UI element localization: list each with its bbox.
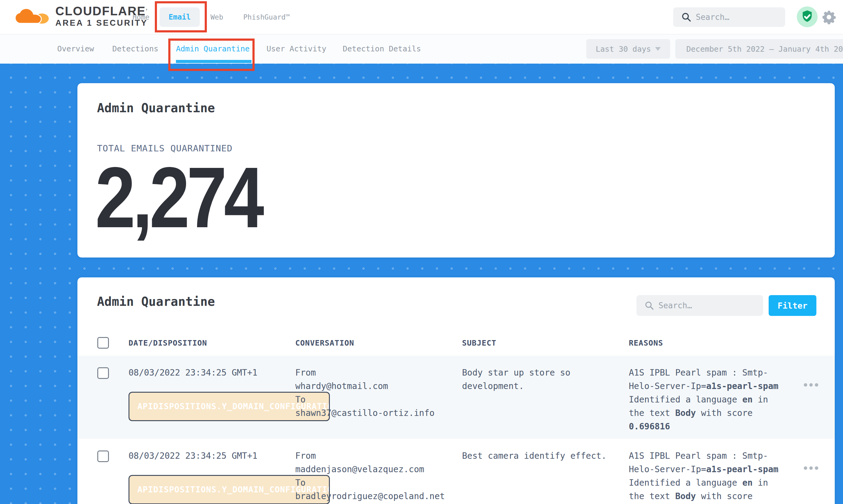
reasons-cell: A1S IPBL Pearl spam : Smtp-Helo-Server-I… — [629, 449, 788, 504]
from-label: From — [295, 366, 462, 380]
total-quarantined-value: 2,274 — [95, 152, 261, 243]
row-checkbox[interactable] — [97, 367, 109, 379]
tab-user-activity[interactable]: User Activity — [266, 35, 327, 63]
global-search-input[interactable] — [696, 13, 785, 22]
caret-down-icon — [655, 47, 661, 51]
row-menu-button[interactable] — [802, 381, 835, 389]
summary-card-title: Admin Quarantine — [97, 101, 215, 115]
global-search — [673, 7, 785, 27]
date-range-picker[interactable]: December 5th 2022 — January 4th 2023 — [675, 39, 843, 59]
from-address: whardy@hotmail.com — [295, 380, 462, 393]
conversation-cell: From maddenjason@velazquez.com To bradle… — [295, 449, 462, 503]
to-label: To — [295, 476, 462, 490]
cloudflare-cloud-icon — [14, 6, 50, 26]
table-card-title: Admin Quarantine — [97, 294, 215, 309]
date-range-label: December 5th 2022 — January 4th 2023 — [686, 44, 843, 54]
tab-detections[interactable]: Detections — [112, 35, 158, 63]
row-menu-button[interactable] — [802, 465, 835, 472]
select-all-checkbox[interactable] — [97, 337, 109, 349]
row-checkbox[interactable] — [97, 450, 109, 462]
cloudflare-logo[interactable]: CLOUDFLARE’ AREA 1 SECURITY — [14, 4, 148, 28]
search-icon — [645, 301, 654, 310]
search-icon — [681, 12, 691, 22]
gear-icon — [821, 10, 837, 25]
filter-button[interactable]: Filter — [769, 295, 816, 316]
protection-status-button[interactable] — [797, 6, 818, 27]
quarantine-table: DATE/DISPOSITION CONVERSATION SUBJECT RE… — [77, 330, 835, 504]
app-header: CLOUDFLARE’ AREA 1 SECURITY Home Email W… — [0, 0, 843, 35]
ellipsis-icon — [804, 466, 807, 470]
table-header-row: DATE/DISPOSITION CONVERSATION SUBJECT RE… — [77, 330, 835, 356]
table-row[interactable]: 08/03/2022 23:34:25 GMT+1 From maddenjas… — [77, 439, 835, 504]
ellipsis-icon — [804, 383, 807, 386]
table-search — [636, 295, 763, 316]
column-header-conversation: CONVERSATION — [295, 339, 462, 347]
nav-item-home[interactable]: Home — [133, 0, 149, 35]
quarantine-table-card: Admin Quarantine Filter DATE/DISPOSITION… — [77, 277, 835, 504]
tab-detection-details[interactable]: Detection Details — [343, 35, 421, 63]
date-cell: 08/03/2022 23:34:25 GMT+1 — [128, 449, 295, 463]
table-row[interactable]: 08/03/2022 23:34:25 GMT+1 From whardy@ho… — [77, 356, 835, 439]
from-label: From — [295, 449, 462, 463]
conversation-cell: From whardy@hotmail.com To shawn37@casti… — [295, 366, 462, 420]
date-cell: 08/03/2022 23:34:25 GMT+1 — [128, 366, 295, 380]
date-preset-label: Last 30 days — [596, 44, 651, 54]
nav-item-web[interactable]: Web — [211, 0, 223, 35]
to-label: To — [295, 393, 462, 407]
shield-check-icon — [797, 6, 818, 27]
reasons-cell: A1S IPBL Pearl spam : Smtp-Helo-Server-I… — [629, 366, 788, 433]
tab-admin-quarantine[interactable]: Admin Quarantine — [176, 35, 250, 63]
nav-item-email[interactable]: Email — [159, 7, 200, 27]
subject-cell: Best camera identify effect. — [462, 449, 629, 463]
quarantine-summary-card: Admin Quarantine TOTAL EMAILS QUARANTINE… — [77, 83, 835, 257]
email-subnav: Overview Detections Admin Quarantine Use… — [0, 35, 843, 64]
table-search-input[interactable] — [658, 301, 763, 310]
row-date: 08/03/2022 23:34:25 GMT+1 — [128, 367, 257, 378]
row-date: 08/03/2022 23:34:25 GMT+1 — [128, 451, 257, 461]
from-address: maddenjason@velazquez.com — [295, 463, 462, 476]
column-header-reasons: REASONS — [629, 339, 788, 347]
settings-button[interactable] — [821, 10, 837, 25]
column-header-subject: SUBJECT — [462, 339, 629, 347]
to-address: shawn37@castillo-ortiz.info — [295, 407, 462, 420]
subject-cell: Body star up store so development. — [462, 366, 629, 393]
date-preset-dropdown[interactable]: Last 30 days — [586, 39, 670, 59]
tab-overview[interactable]: Overview — [57, 35, 94, 63]
to-address: bradleyrodriguez@copeland.net — [295, 490, 462, 503]
column-header-date: DATE/DISPOSITION — [128, 339, 295, 347]
nav-item-phishguard[interactable]: PhishGuard™ — [243, 0, 290, 35]
